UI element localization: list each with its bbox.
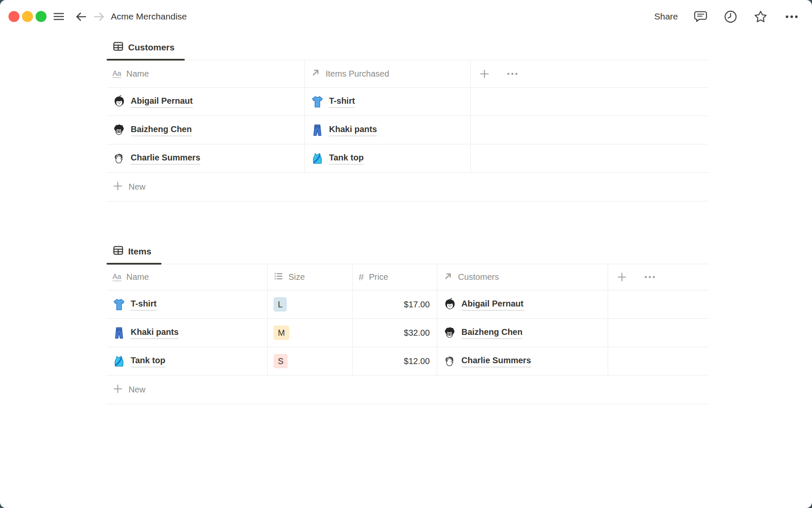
plus-icon <box>112 181 123 193</box>
back-arrow-icon[interactable] <box>74 10 88 23</box>
size-cell[interactable]: M <box>268 319 353 347</box>
empty-cell[interactable] <box>608 319 708 347</box>
ellipsis-more-icon[interactable] <box>783 9 800 24</box>
topbar-actions: Share <box>654 9 800 24</box>
new-row-label: New <box>129 385 145 395</box>
column-header-price[interactable]: # Price <box>353 264 437 290</box>
man-curly-hair-glasses-doodle-avatar <box>443 326 456 340</box>
table-options-ellipsis-icon[interactable] <box>643 272 656 282</box>
bulleted-list-icon <box>274 271 283 283</box>
minimize-window-button[interactable] <box>22 11 33 22</box>
clock-history-icon[interactable] <box>723 9 738 24</box>
Aa-title-icon: Aa <box>112 273 121 281</box>
price-value: $32.00 <box>404 328 430 338</box>
customers-relation-cell[interactable]: Baizheng Chen <box>437 319 608 347</box>
customers-relation-cell[interactable]: Charlie Summers <box>437 347 608 375</box>
customer-name-link[interactable]: Charlie Summers <box>461 355 531 367</box>
column-header-customers-label: Customers <box>458 272 499 282</box>
items-purchased-cell[interactable]: Tank top <box>305 144 471 172</box>
app-window: Acme Merchandise Share <box>0 0 812 508</box>
price-cell[interactable]: $17.00 <box>353 290 437 318</box>
customer-name-link[interactable]: Baizheng Chen <box>131 124 192 136</box>
size-badge[interactable]: M <box>274 326 289 340</box>
customers-relation-cell[interactable]: Abigail Pernaut <box>437 290 608 318</box>
item-link[interactable]: T-shirt <box>329 95 355 108</box>
cyan-tank-top-emoji <box>112 355 126 368</box>
bottom-whitespace <box>107 404 812 473</box>
customer-name-link[interactable]: Baizheng Chen <box>461 326 522 339</box>
comment-bubble-icon[interactable] <box>693 9 708 24</box>
column-header-name[interactable]: Aa Name <box>107 264 268 290</box>
plus-icon <box>112 384 123 396</box>
breadcrumb-page-title[interactable]: Acme Merchandise <box>111 11 187 22</box>
item-name-link[interactable]: Khaki pants <box>131 326 178 339</box>
forward-arrow-icon[interactable] <box>93 10 106 23</box>
customer-name-cell[interactable]: Charlie Summers <box>107 144 305 172</box>
items-purchased-cell[interactable]: Khaki pants <box>305 116 471 144</box>
desktop-background: { "page": { "bg_outside": "#3a4e57" }, "… <box>0 0 812 508</box>
size-cell[interactable]: S <box>268 347 353 375</box>
column-header-items-purchased-label: Items Purchased <box>326 69 389 79</box>
size-badge[interactable]: S <box>274 354 288 368</box>
customer-name-link[interactable]: Abigail Pernaut <box>461 298 524 311</box>
add-column-button[interactable] <box>617 272 627 282</box>
hamburger-menu-icon[interactable] <box>52 10 65 23</box>
table-row: T-shirt L $17.00 Abigail Pernaut <box>107 290 708 319</box>
table-row: Charlie Summers Tank top <box>107 144 708 173</box>
column-header-size[interactable]: Size <box>268 264 353 290</box>
woman-bob-haircut-doodle-avatar <box>443 298 456 311</box>
size-cell[interactable]: L <box>268 290 353 318</box>
price-cell[interactable]: $12.00 <box>353 347 437 375</box>
window-controls <box>8 11 47 22</box>
empty-cell[interactable] <box>471 144 708 172</box>
column-header-size-label: Size <box>288 272 305 282</box>
items-header-actions <box>608 264 708 290</box>
item-link[interactable]: Khaki pants <box>329 124 377 136</box>
tab-customers[interactable]: Customers <box>107 41 185 60</box>
customers-new-row-button[interactable]: New <box>107 173 708 202</box>
empty-cell[interactable] <box>608 290 708 318</box>
item-name-link[interactable]: T-shirt <box>131 298 156 311</box>
item-name-link[interactable]: Tank top <box>131 355 165 367</box>
table-row: Khaki pants M $32.00 Baizheng Chen <box>107 319 708 347</box>
add-column-button[interactable] <box>479 69 490 79</box>
page-content: Customers Aa Name Items Purchased <box>0 33 812 473</box>
item-name-cell[interactable]: Khaki pants <box>107 319 268 347</box>
topbar: Acme Merchandise Share <box>0 0 812 33</box>
items-tab-bar: Items <box>107 237 708 264</box>
star-favorite-icon[interactable] <box>753 9 768 24</box>
table-grid-icon <box>112 41 124 54</box>
empty-cell[interactable] <box>608 347 708 375</box>
size-badge[interactable]: L <box>274 297 287 312</box>
customer-name-link[interactable]: Charlie Summers <box>131 152 200 165</box>
customers-tab-bar: Customers <box>107 33 708 60</box>
customer-name-cell[interactable]: Abigail Pernaut <box>107 88 305 116</box>
new-row-label: New <box>129 182 145 192</box>
blue-jeans-emoji <box>112 326 126 340</box>
item-name-cell[interactable]: T-shirt <box>107 290 268 318</box>
column-header-items-purchased[interactable]: Items Purchased <box>305 60 471 87</box>
price-cell[interactable]: $32.00 <box>353 319 437 347</box>
close-window-button[interactable] <box>8 11 19 22</box>
column-header-customers[interactable]: Customers <box>437 264 608 290</box>
empty-cell[interactable] <box>471 88 708 116</box>
zoom-window-button[interactable] <box>36 11 47 22</box>
tab-items[interactable]: Items <box>107 245 162 264</box>
price-value: $17.00 <box>404 300 430 309</box>
arrow-up-right-icon <box>311 68 321 80</box>
blue-tshirt-emoji <box>112 298 126 311</box>
table-options-ellipsis-icon[interactable] <box>506 69 519 79</box>
customers-header-actions <box>471 60 708 87</box>
share-button[interactable]: Share <box>654 11 678 22</box>
items-new-row-button[interactable]: New <box>107 375 708 404</box>
customer-name-link[interactable]: Abigail Pernaut <box>131 95 193 108</box>
items-purchased-cell[interactable]: T-shirt <box>305 88 471 116</box>
item-link[interactable]: Tank top <box>329 152 364 165</box>
column-header-name[interactable]: Aa Name <box>107 60 305 87</box>
man-curly-hair-glasses-doodle-avatar <box>112 124 126 137</box>
item-name-cell[interactable]: Tank top <box>107 347 268 375</box>
customer-name-cell[interactable]: Baizheng Chen <box>107 116 305 144</box>
table-row: Abigail Pernaut T-shirt <box>107 88 708 116</box>
column-header-name-label: Name <box>126 69 149 79</box>
empty-cell[interactable] <box>471 116 708 144</box>
